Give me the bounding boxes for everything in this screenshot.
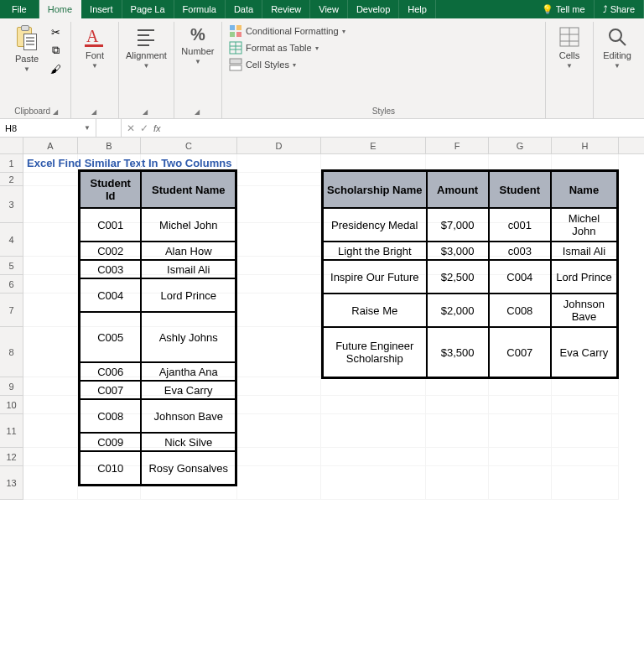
table-cell[interactable]: Ajantha Ana (141, 362, 236, 381)
cell[interactable] (237, 223, 321, 257)
cells-dropdown[interactable]: Cells ▼ (553, 23, 586, 94)
tab-formulas[interactable]: Formula (174, 0, 226, 18)
table-cell[interactable]: $2,000 (427, 294, 489, 327)
col-header[interactable]: E (321, 138, 426, 153)
conditional-formatting-button[interactable]: Conditional Formatting▾ (229, 23, 345, 39)
paste-button[interactable]: Paste ▼ (10, 23, 44, 94)
cell[interactable] (489, 377, 552, 396)
cell[interactable] (237, 275, 321, 294)
row-header[interactable]: 3 (0, 186, 23, 223)
worksheet-grid[interactable]: A B C D E F G H 1Excel Find Similar Text… (0, 138, 644, 500)
table-cell[interactable]: Raise Me (323, 294, 427, 327)
alignment-dropdown[interactable]: Alignment ▼ (126, 23, 167, 94)
cell[interactable] (23, 275, 78, 294)
tab-file[interactable]: File (0, 0, 39, 18)
cell[interactable] (321, 396, 426, 414)
cell[interactable] (321, 448, 426, 466)
table-cell[interactable]: Eva Carry (141, 381, 236, 399)
table-cell[interactable]: C002 (80, 242, 141, 260)
table-cell[interactable]: Rosy Gonsalves (141, 451, 236, 485)
cell[interactable] (237, 466, 321, 500)
col-header[interactable]: F (426, 138, 489, 153)
cell[interactable] (552, 466, 619, 500)
table-cell[interactable]: Michel John (141, 208, 236, 242)
row-header[interactable]: 13 (0, 466, 23, 500)
font-dialog-launcher[interactable]: ◢ (91, 108, 98, 116)
table-cell[interactable]: Eva Carry (551, 327, 617, 377)
table-cell[interactable]: Ismail Ali (551, 242, 617, 260)
col-header[interactable]: C (141, 138, 237, 153)
cell[interactable] (552, 396, 619, 414)
table-cell[interactable]: Alan How (141, 242, 236, 260)
col-header[interactable]: B (78, 138, 141, 153)
format-painter-button[interactable]: 🖌 (47, 60, 64, 77)
cell[interactable] (426, 466, 489, 500)
table-cell[interactable]: $7,000 (427, 208, 489, 242)
cell[interactable] (23, 173, 78, 186)
table-cell[interactable]: Lord Prince (551, 260, 617, 294)
row-header[interactable]: 10 (0, 396, 23, 414)
clipboard-dialog-launcher[interactable]: ◢ (53, 108, 60, 116)
table-cell[interactable]: Ismail Ali (141, 260, 236, 278)
cell[interactable] (237, 414, 321, 448)
cell[interactable] (237, 377, 321, 396)
cut-button[interactable]: ✂ (47, 23, 64, 40)
cell[interactable] (23, 414, 78, 448)
tab-insert[interactable]: Insert (81, 0, 122, 18)
col-header[interactable]: H (552, 138, 619, 153)
cell[interactable] (23, 257, 78, 275)
row-header[interactable]: 12 (0, 448, 23, 466)
cell[interactable] (23, 294, 78, 327)
name-box[interactable]: H8▼ (0, 119, 96, 137)
table-cell[interactable]: c003 (489, 242, 551, 260)
row-header[interactable]: 9 (0, 377, 23, 396)
cell[interactable] (552, 448, 619, 466)
table-cell[interactable]: Johnson Bave (551, 294, 617, 327)
table-cell[interactable]: Lord Prince (141, 278, 236, 312)
cell[interactable] (321, 377, 426, 396)
tell-me[interactable]: 💡Tell me (533, 0, 595, 18)
table-cell[interactable]: C006 (80, 362, 141, 381)
table-cell[interactable]: C008 (489, 294, 551, 327)
table-cell[interactable]: C004 (489, 260, 551, 294)
cell[interactable] (321, 466, 426, 500)
cell[interactable] (489, 414, 552, 448)
cell[interactable] (23, 223, 78, 257)
cell[interactable] (237, 294, 321, 327)
table-cell[interactable]: C010 (80, 451, 141, 485)
tab-home[interactable]: Home (39, 0, 81, 18)
formula-input[interactable] (166, 119, 644, 137)
copy-button[interactable]: ⧉ (47, 42, 64, 59)
table-cell[interactable]: C004 (80, 278, 141, 312)
row-header[interactable]: 5 (0, 257, 23, 275)
table-cell[interactable]: Inspire Our Future (323, 260, 427, 294)
row-header[interactable]: 2 (0, 173, 23, 186)
cell[interactable] (552, 414, 619, 448)
cell[interactable] (489, 466, 552, 500)
cancel-icon[interactable]: ✕ (127, 122, 135, 134)
tab-help[interactable]: Help (399, 0, 436, 18)
table-cell[interactable]: $3,000 (427, 242, 489, 260)
table-cell[interactable]: c001 (489, 208, 551, 242)
col-header[interactable]: A (23, 138, 78, 153)
row-header[interactable]: 8 (0, 327, 23, 377)
col-header[interactable]: G (489, 138, 552, 153)
tab-data[interactable]: Data (226, 0, 262, 18)
table-cell[interactable]: Michel John (551, 208, 617, 242)
editing-dropdown[interactable]: Editing ▼ (600, 23, 634, 94)
table-cell[interactable]: C007 (80, 381, 141, 399)
table-cell[interactable]: Johnson Bave (141, 399, 236, 433)
cell[interactable] (23, 396, 78, 414)
cell[interactable] (237, 173, 321, 186)
table-cell[interactable]: $2,500 (427, 260, 489, 294)
cell[interactable] (23, 466, 78, 500)
cell[interactable] (237, 257, 321, 275)
cell[interactable] (489, 396, 552, 414)
tab-page-layout[interactable]: Page La (122, 0, 174, 18)
cell[interactable] (23, 327, 78, 377)
table-cell[interactable]: $3,500 (427, 327, 489, 377)
number-dropdown[interactable]: % Number ▼ (181, 23, 215, 94)
table-cell[interactable]: Light the Bright (323, 242, 427, 260)
table-cell[interactable]: Presidency Medal (323, 208, 427, 242)
alignment-dialog-launcher[interactable]: ◢ (143, 108, 149, 116)
